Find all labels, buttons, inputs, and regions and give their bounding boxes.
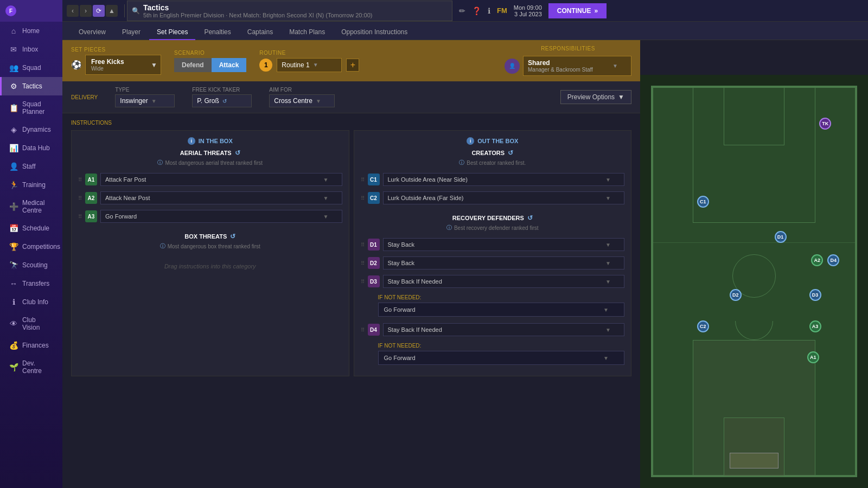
sidebar-item-dev-centre[interactable]: 🌱 Dev. Centre bbox=[0, 355, 62, 380]
nav-forward-button[interactable]: › bbox=[80, 5, 92, 17]
sidebar-item-home[interactable]: ⌂ Home bbox=[0, 22, 62, 40]
preview-options-button[interactable]: Preview Options ▼ bbox=[560, 90, 631, 104]
free-kick-taker-dropdown[interactable]: P. Groß ↺ bbox=[192, 94, 252, 107]
c1-dropdown[interactable]: Lurk Outside Area (Near Side) ▼ bbox=[383, 173, 625, 186]
chevron-down-icon: ▼ bbox=[605, 177, 611, 183]
chevron-down-icon: ▼ bbox=[151, 61, 157, 69]
drag-handle-icon[interactable]: ⠿ bbox=[78, 214, 82, 220]
add-routine-button[interactable]: + bbox=[346, 59, 359, 72]
badge-d3: D3 bbox=[368, 275, 380, 287]
tab-captains[interactable]: Captains bbox=[240, 25, 280, 40]
drag-handle-icon[interactable]: ⠿ bbox=[361, 279, 365, 285]
continue-arrow-icon: » bbox=[594, 7, 598, 15]
sidebar-item-scouting[interactable]: 🔭 Scouting bbox=[0, 256, 62, 274]
a1-dropdown[interactable]: Attack Far Post ▼ bbox=[100, 173, 342, 186]
tab-match-plans[interactable]: Match Plans bbox=[282, 25, 333, 40]
drag-handle-icon[interactable]: ⠿ bbox=[78, 195, 82, 201]
pitch-area: TK C1 D1 A2 D4 D2 D3 C2 A3 A1 bbox=[640, 75, 868, 488]
sidebar-item-medical[interactable]: ➕ Medical Centre bbox=[0, 194, 62, 219]
continue-button[interactable]: CONTINUE » bbox=[548, 3, 607, 18]
info-circle-icon: i bbox=[467, 137, 474, 145]
drag-handle-icon[interactable]: ⠿ bbox=[361, 242, 365, 248]
tab-player[interactable]: Player bbox=[114, 25, 148, 40]
player-dot-a1[interactable]: A1 bbox=[807, 351, 819, 363]
chevron-down-icon: ▼ bbox=[603, 355, 609, 361]
tab-set-pieces[interactable]: Set Pieces bbox=[149, 25, 195, 40]
sidebar-item-squad[interactable]: 👥 Squad bbox=[0, 59, 62, 77]
player-dot-d4[interactable]: D4 bbox=[827, 254, 839, 266]
delivery-type-dropdown[interactable]: Inswinger ▼ bbox=[115, 94, 175, 107]
info-icon[interactable]: ℹ bbox=[488, 7, 490, 15]
breadcrumb: Tactics 5th in English Premier Division … bbox=[143, 3, 372, 18]
sidebar-item-staff[interactable]: 👤 Staff bbox=[0, 157, 62, 176]
sidebar-item-inbox[interactable]: ✉ Inbox bbox=[0, 40, 62, 59]
sidebar-item-dynamics[interactable]: ◈ Dynamics bbox=[0, 120, 62, 139]
player-dot-a3[interactable]: A3 bbox=[809, 320, 821, 332]
sidebar-item-finances[interactable]: 💰 Finances bbox=[0, 336, 62, 355]
transfers-icon: ↔ bbox=[9, 279, 18, 288]
refresh-icon[interactable]: ↺ bbox=[230, 233, 235, 240]
sp-header: SET PIECES ⚽ Free Kicks Wide ▼ SCENARIO … bbox=[62, 40, 640, 81]
aim-for-dropdown[interactable]: Cross Centre ▼ bbox=[269, 94, 335, 107]
info-icon: ⓘ bbox=[157, 159, 163, 166]
nav-up-button[interactable]: ▲ bbox=[106, 5, 118, 17]
tab-penalties[interactable]: Penalties bbox=[196, 25, 238, 40]
chevron-down-icon: ▼ bbox=[612, 63, 618, 69]
d3-dropdown[interactable]: Stay Back If Needed ▼ bbox=[383, 275, 625, 288]
nav-back-button[interactable]: ‹ bbox=[67, 5, 79, 17]
a3-dropdown[interactable]: Go Forward ▼ bbox=[100, 210, 342, 223]
tab-overview[interactable]: Overview bbox=[71, 25, 113, 40]
drag-handle-icon[interactable]: ⠿ bbox=[78, 177, 82, 183]
d4-dropdown[interactable]: Stay Back If Needed ▼ bbox=[383, 323, 625, 336]
attack-button[interactable]: Attack bbox=[212, 58, 247, 72]
sidebar-item-training[interactable]: 🏃 Training bbox=[0, 176, 62, 194]
badge-d4: D4 bbox=[368, 324, 380, 336]
d1-dropdown[interactable]: Stay Back ▼ bbox=[383, 238, 625, 251]
instructions-columns: i IN THE BOX AERIAL THREATS ↺ ⓘ Most dan… bbox=[71, 130, 631, 376]
d4-ifnot-dropdown[interactable]: Go Forward ▼ bbox=[378, 351, 625, 365]
d2-dropdown[interactable]: Stay Back ▼ bbox=[383, 256, 625, 269]
routine-dropdown[interactable]: Routine 1 ▼ bbox=[277, 58, 342, 72]
set-pieces-dropdown[interactable]: Free Kicks Wide ▼ bbox=[85, 55, 161, 75]
inbox-icon: ✉ bbox=[9, 45, 18, 54]
drag-handle-icon[interactable]: ⠿ bbox=[361, 260, 365, 266]
sidebar-item-tactics[interactable]: ⚙ Tactics bbox=[0, 77, 62, 95]
sidebar-item-schedule[interactable]: 📅 Schedule bbox=[0, 219, 62, 237]
chevron-down-icon: ▼ bbox=[323, 195, 329, 201]
d3-ifnot-dropdown[interactable]: Go Forward ▼ bbox=[378, 303, 625, 317]
sidebar-item-data-hub[interactable]: 📊 Data Hub bbox=[0, 139, 62, 157]
player-dot-a2[interactable]: A2 bbox=[811, 254, 823, 266]
nav-home-button[interactable]: ⟳ bbox=[93, 5, 105, 17]
sidebar-item-competitions[interactable]: 🏆 Competitions bbox=[0, 237, 62, 256]
refresh-icon[interactable]: ↺ bbox=[527, 214, 533, 222]
if-not-needed-label-d4: IF NOT NEEDED: bbox=[378, 343, 625, 349]
c2-dropdown[interactable]: Lurk Outside Area (Far Side) ▼ bbox=[383, 191, 625, 204]
sidebar-item-club-info[interactable]: ℹ Club Info bbox=[0, 293, 62, 311]
drag-handle-icon[interactable]: ⠿ bbox=[361, 195, 365, 201]
badge-a2: A2 bbox=[85, 192, 97, 204]
a2-dropdown[interactable]: Attack Near Post ▼ bbox=[100, 191, 342, 204]
badge-c1: C1 bbox=[368, 174, 380, 185]
player-dot-c2[interactable]: C2 bbox=[697, 320, 709, 332]
refresh-icon[interactable]: ↺ bbox=[508, 149, 513, 157]
player-dot-d3[interactable]: D3 bbox=[809, 289, 821, 301]
drag-handle-icon[interactable]: ⠿ bbox=[361, 177, 365, 183]
defend-button[interactable]: Defend bbox=[174, 58, 212, 72]
responsibilities-dropdown[interactable]: Shared Manager & Backroom Staff ▼ bbox=[523, 56, 631, 76]
player-dot-d1[interactable]: D1 bbox=[775, 231, 787, 243]
tab-opposition[interactable]: Opposition Instructions bbox=[334, 25, 415, 40]
table-row: ⠿ A2 Attack Near Post ▼ bbox=[78, 189, 342, 207]
drag-handle-icon[interactable]: ⠿ bbox=[361, 327, 365, 333]
sidebar-item-transfers[interactable]: ↔ Transfers bbox=[0, 274, 62, 293]
staff-icon: 👤 bbox=[9, 162, 18, 171]
player-dot-c1[interactable]: C1 bbox=[697, 196, 709, 208]
help-icon[interactable]: ❓ bbox=[472, 7, 481, 15]
sidebar-item-club-vision[interactable]: 👁 Club Vision bbox=[0, 311, 62, 336]
edit-icon[interactable]: ✏ bbox=[459, 7, 465, 15]
schedule-icon: 📅 bbox=[9, 224, 18, 233]
sidebar-item-squad-planner[interactable]: 📋 Squad Planner bbox=[0, 95, 62, 120]
refresh-icon[interactable]: ↺ bbox=[235, 149, 240, 157]
finances-icon: 💰 bbox=[9, 341, 18, 350]
drag-empty-placeholder: Drag instructions into this category bbox=[78, 254, 342, 278]
table-row: ⠿ D2 Stay Back ▼ bbox=[361, 254, 625, 272]
